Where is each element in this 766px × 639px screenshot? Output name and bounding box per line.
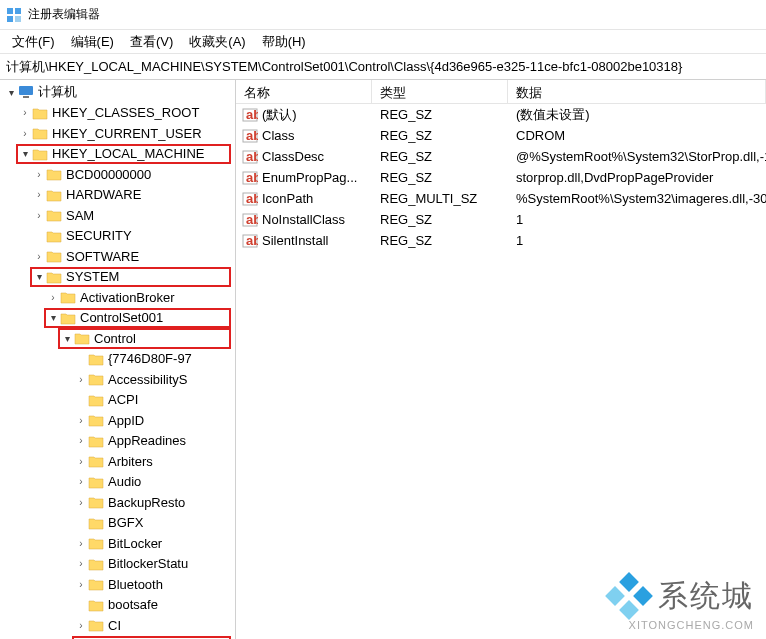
value-row[interactable]: abNoInstallClassREG_SZ1 bbox=[236, 209, 766, 230]
tree-item-accessibilitys[interactable]: ›AccessibilityS bbox=[0, 369, 235, 390]
tree-item-label: AccessibilityS bbox=[108, 372, 187, 387]
value-type: REG_SZ bbox=[372, 149, 508, 164]
tree-item-label: AppReadines bbox=[108, 433, 186, 448]
menu-file[interactable]: 文件(F) bbox=[4, 31, 63, 53]
tree-item-label: bootsafe bbox=[108, 597, 158, 612]
value-type: REG_SZ bbox=[372, 233, 508, 248]
tree-item--7746d80f-97[interactable]: {7746D80F-97 bbox=[0, 349, 235, 370]
address-bar[interactable]: 计算机\HKEY_LOCAL_MACHINE\SYSTEM\ControlSet… bbox=[0, 54, 766, 80]
value-type: REG_MULTI_SZ bbox=[372, 191, 508, 206]
value-row[interactable]: abSilentInstallREG_SZ1 bbox=[236, 230, 766, 251]
tree-item-appreadines[interactable]: ›AppReadines bbox=[0, 431, 235, 452]
tree-item-label: BGFX bbox=[108, 515, 143, 530]
tree-item-bitlocker[interactable]: ›BitLocker bbox=[0, 533, 235, 554]
values-panel: 名称 类型 数据 ab(默认)REG_SZ(数值未设置)abClassREG_S… bbox=[236, 80, 766, 639]
tree-item-hkey-classes-root[interactable]: ›HKEY_CLASSES_ROOT bbox=[0, 103, 235, 124]
value-name: abEnumPropPag... bbox=[236, 170, 372, 186]
tree-item-control[interactable]: ▾Control bbox=[0, 328, 235, 349]
tree-item-software[interactable]: ›SOFTWARE bbox=[0, 246, 235, 267]
tree-item-bitlockerstatu[interactable]: ›BitlockerStatu bbox=[0, 554, 235, 575]
tree-item-label: BitlockerStatu bbox=[108, 556, 188, 571]
svg-rect-0 bbox=[7, 8, 13, 14]
chevron-right-icon[interactable]: › bbox=[74, 558, 88, 569]
tree-item-label: HKEY_CLASSES_ROOT bbox=[52, 105, 199, 120]
chevron-right-icon[interactable]: › bbox=[74, 579, 88, 590]
chevron-right-icon[interactable]: › bbox=[74, 476, 88, 487]
chevron-down-icon[interactable]: ▾ bbox=[46, 312, 60, 323]
value-row[interactable]: abClassREG_SZCDROM bbox=[236, 125, 766, 146]
tree-item-label: HKEY_LOCAL_MACHINE bbox=[52, 146, 204, 161]
tree-item-controlset001[interactable]: ▾ControlSet001 bbox=[0, 308, 235, 329]
tree-item-ci[interactable]: ›CI bbox=[0, 615, 235, 636]
chevron-right-icon[interactable]: › bbox=[32, 169, 46, 180]
value-row[interactable]: abIconPathREG_MULTI_SZ%SystemRoot%\Syste… bbox=[236, 188, 766, 209]
chevron-down-icon[interactable]: ▾ bbox=[4, 87, 18, 98]
chevron-right-icon[interactable]: › bbox=[18, 128, 32, 139]
tree-root[interactable]: ▾计算机 bbox=[0, 82, 235, 103]
value-row[interactable]: ab(默认)REG_SZ(数值未设置) bbox=[236, 104, 766, 125]
value-row[interactable]: abClassDescREG_SZ@%SystemRoot%\System32\… bbox=[236, 146, 766, 167]
menu-view[interactable]: 查看(V) bbox=[122, 31, 181, 53]
chevron-right-icon[interactable]: › bbox=[18, 107, 32, 118]
tree-item-arbiters[interactable]: ›Arbiters bbox=[0, 451, 235, 472]
chevron-right-icon[interactable]: › bbox=[32, 251, 46, 262]
chevron-right-icon[interactable]: › bbox=[74, 538, 88, 549]
menu-help[interactable]: 帮助(H) bbox=[254, 31, 314, 53]
chevron-right-icon[interactable]: › bbox=[46, 292, 60, 303]
tree-item-hkey-current-user[interactable]: ›HKEY_CURRENT_USER bbox=[0, 123, 235, 144]
column-header-name[interactable]: 名称 bbox=[236, 80, 372, 103]
tree-item-bgfx[interactable]: BGFX bbox=[0, 513, 235, 534]
tree-item-system[interactable]: ▾SYSTEM bbox=[0, 267, 235, 288]
tree-item-acpi[interactable]: ACPI bbox=[0, 390, 235, 411]
chevron-right-icon[interactable]: › bbox=[74, 620, 88, 631]
tree-item-bluetooth[interactable]: ›Bluetooth bbox=[0, 574, 235, 595]
value-data: @%SystemRoot%\System32\StorProp.dll,-170… bbox=[508, 149, 766, 164]
menu-edit[interactable]: 编辑(E) bbox=[63, 31, 122, 53]
value-type: REG_SZ bbox=[372, 107, 508, 122]
tree-item-label: SECURITY bbox=[66, 228, 132, 243]
value-row[interactable]: abEnumPropPag...REG_SZstorprop.dll,DvdPr… bbox=[236, 167, 766, 188]
tree-item-label: Audio bbox=[108, 474, 141, 489]
value-type: REG_SZ bbox=[372, 212, 508, 227]
tree-item-security[interactable]: SECURITY bbox=[0, 226, 235, 247]
tree-item-backupresto[interactable]: ›BackupResto bbox=[0, 492, 235, 513]
value-data: CDROM bbox=[508, 128, 766, 143]
svg-rect-2 bbox=[7, 16, 13, 22]
tree-item-class[interactable]: ▾Class bbox=[0, 636, 235, 640]
tree-item-sam[interactable]: ›SAM bbox=[0, 205, 235, 226]
chevron-down-icon[interactable]: ▾ bbox=[60, 333, 74, 344]
watermark: 系统城 XITONGCHENG.COM bbox=[608, 575, 754, 631]
svg-text:ab: ab bbox=[246, 191, 258, 206]
chevron-right-icon[interactable]: › bbox=[74, 415, 88, 426]
tree-item-label: SAM bbox=[66, 208, 94, 223]
svg-text:ab: ab bbox=[246, 212, 258, 227]
chevron-right-icon[interactable]: › bbox=[74, 374, 88, 385]
tree-item-appid[interactable]: ›AppID bbox=[0, 410, 235, 431]
chevron-down-icon[interactable]: ▾ bbox=[32, 271, 46, 282]
tree-item-label: Bluetooth bbox=[108, 577, 163, 592]
tree-item-bcd00000000[interactable]: ›BCD00000000 bbox=[0, 164, 235, 185]
tree-panel[interactable]: ▾计算机›HKEY_CLASSES_ROOT›HKEY_CURRENT_USER… bbox=[0, 80, 236, 639]
tree-item-hardware[interactable]: ›HARDWARE bbox=[0, 185, 235, 206]
column-header-type[interactable]: 类型 bbox=[372, 80, 508, 103]
chevron-right-icon[interactable]: › bbox=[74, 435, 88, 446]
value-name: abNoInstallClass bbox=[236, 212, 372, 228]
tree-item-audio[interactable]: ›Audio bbox=[0, 472, 235, 493]
tree-item-activationbroker[interactable]: ›ActivationBroker bbox=[0, 287, 235, 308]
watermark-url: XITONGCHENG.COM bbox=[629, 619, 754, 631]
value-name: abIconPath bbox=[236, 191, 372, 207]
watermark-logo-icon bbox=[608, 575, 650, 617]
chevron-down-icon[interactable]: ▾ bbox=[18, 148, 32, 159]
chevron-right-icon[interactable]: › bbox=[74, 497, 88, 508]
tree-item-label: SYSTEM bbox=[66, 269, 119, 284]
chevron-right-icon[interactable]: › bbox=[74, 456, 88, 467]
values-body: ab(默认)REG_SZ(数值未设置)abClassREG_SZCDROMabC… bbox=[236, 104, 766, 251]
tree-item-hkey-local-machine[interactable]: ▾HKEY_LOCAL_MACHINE bbox=[0, 144, 235, 165]
chevron-right-icon[interactable]: › bbox=[32, 210, 46, 221]
chevron-right-icon[interactable]: › bbox=[32, 189, 46, 200]
column-header-data[interactable]: 数据 bbox=[508, 80, 766, 103]
value-name: abClassDesc bbox=[236, 149, 372, 165]
menu-favorites[interactable]: 收藏夹(A) bbox=[181, 31, 253, 53]
tree-item-bootsafe[interactable]: bootsafe bbox=[0, 595, 235, 616]
watermark-text: 系统城 bbox=[658, 576, 754, 617]
